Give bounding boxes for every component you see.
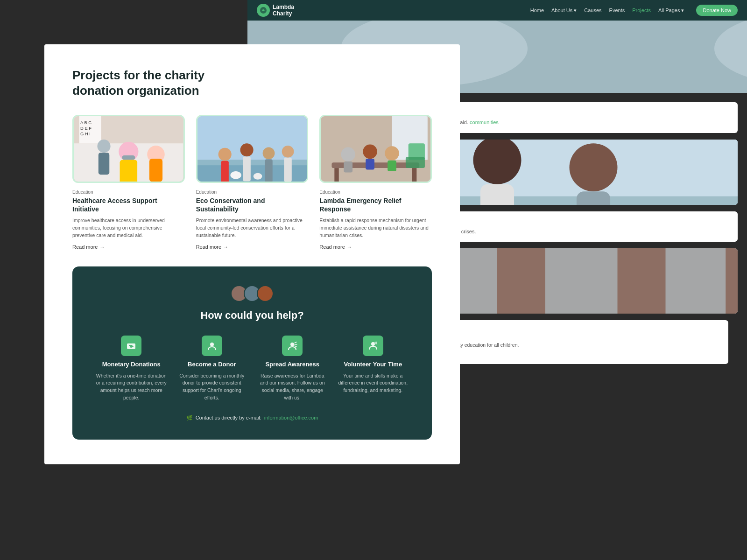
svg-text:D E F: D E F xyxy=(80,126,92,131)
help-item-desc-2: Consider becoming a monthly donor to pro… xyxy=(176,372,248,402)
svg-point-78 xyxy=(290,343,294,346)
project-tag-1: Education xyxy=(72,189,185,195)
avatar-3 xyxy=(257,285,274,302)
svg-rect-70 xyxy=(388,161,396,171)
svg-rect-18 xyxy=(577,191,610,205)
project-img-2 xyxy=(197,116,307,182)
navbar: LambdaCharity Home About Us ▾ Causes Eve… xyxy=(247,0,747,21)
svg-rect-8 xyxy=(550,51,569,84)
help-item-desc-4: Your time and skills make a difference i… xyxy=(338,372,409,394)
svg-rect-64 xyxy=(412,168,416,182)
project-title-2: Eco Conservation and Sustainability xyxy=(196,196,309,213)
help-item-title-2: Become a Donor xyxy=(188,361,236,368)
section-title: Projects for the charitydonation organiz… xyxy=(72,68,231,98)
svg-point-49 xyxy=(218,148,231,161)
svg-point-67 xyxy=(363,145,378,159)
svg-point-58 xyxy=(253,173,262,180)
arrow-icon-2: → xyxy=(223,244,228,250)
help-item-2: Become a Donor Consider becoming a month… xyxy=(176,336,248,402)
svg-point-57 xyxy=(230,171,241,179)
project-card-3: Education Lambda Emergency Relief Respon… xyxy=(319,115,432,250)
contact-row: 🌿 Contact us directly by e-mail: informa… xyxy=(96,415,409,421)
awareness-icon xyxy=(282,336,303,356)
main-content: Projects for the charitydonation organiz… xyxy=(44,44,460,464)
project-title-3: Lambda Emergency Relief Response xyxy=(319,196,432,213)
project-desc-1: Improve healthcare access in underserved… xyxy=(72,217,185,239)
read-more-2[interactable]: Read more → xyxy=(196,244,309,250)
svg-rect-66 xyxy=(344,161,353,172)
svg-rect-68 xyxy=(366,159,375,169)
svg-point-77 xyxy=(210,343,214,346)
logo-text: LambdaCharity xyxy=(273,4,294,17)
svg-rect-25 xyxy=(666,248,726,314)
avatars-row xyxy=(96,285,409,302)
project-img-wrap-1: A B C D E F G H I xyxy=(72,115,185,183)
logo-icon xyxy=(257,4,270,17)
donor-icon xyxy=(202,336,222,356)
contact-icon: 🌿 xyxy=(186,415,193,421)
arrow-icon-1: → xyxy=(99,244,105,250)
svg-point-79 xyxy=(371,342,375,346)
help-item-3: Spread Awareness Raise awareness for Lam… xyxy=(257,336,328,402)
nav-events[interactable]: Events xyxy=(609,7,625,13)
svg-rect-41 xyxy=(120,160,138,182)
project-img-3 xyxy=(321,116,430,182)
nav-causes[interactable]: Causes xyxy=(584,7,601,13)
help-grid: Monetary Donations Whether it's a one-ti… xyxy=(96,336,409,402)
read-more-1[interactable]: Read more → xyxy=(72,244,185,250)
side-panel-1-link[interactable]: communities xyxy=(470,119,499,125)
project-img-wrap-3 xyxy=(319,115,432,183)
volunteer-icon xyxy=(363,336,383,356)
svg-rect-45 xyxy=(99,153,109,175)
contact-label: Contact us directly by e-mail: xyxy=(196,415,261,420)
monetary-icon xyxy=(121,336,141,356)
svg-point-51 xyxy=(240,143,253,156)
help-item-title-1: Monetary Donations xyxy=(102,361,161,368)
help-item-1: Monetary Donations Whether it's a one-ti… xyxy=(96,336,167,402)
projects-grid: A B C D E F G H I xyxy=(72,115,432,250)
nav-projects[interactable]: Projects xyxy=(632,7,651,13)
project-tag-2: Education xyxy=(196,189,309,195)
svg-point-7 xyxy=(549,31,570,52)
svg-point-55 xyxy=(282,146,294,158)
svg-point-9 xyxy=(564,22,597,50)
svg-rect-6 xyxy=(500,47,521,85)
help-item-title-3: Spread Awareness xyxy=(265,361,319,368)
svg-rect-63 xyxy=(335,168,339,182)
svg-rect-76 xyxy=(132,346,134,347)
nav-all-pages[interactable]: All Pages ▾ xyxy=(658,7,684,14)
read-more-3[interactable]: Read more → xyxy=(319,244,432,250)
svg-text:A B C: A B C xyxy=(80,120,92,125)
main-nav: Home About Us ▾ Causes Events Projects A… xyxy=(530,5,738,16)
svg-rect-43 xyxy=(149,159,162,182)
svg-rect-16 xyxy=(480,184,514,204)
svg-point-65 xyxy=(341,147,356,161)
svg-rect-72 xyxy=(406,157,425,168)
svg-point-44 xyxy=(97,140,110,153)
logo[interactable]: LambdaCharity xyxy=(257,4,294,17)
svg-point-5 xyxy=(499,21,524,46)
svg-rect-24 xyxy=(545,248,618,314)
svg-rect-56 xyxy=(284,158,291,182)
help-item-4: Volunteer Your Time Your time and skills… xyxy=(338,336,409,402)
help-title: How could you help? xyxy=(96,309,409,322)
svg-rect-75 xyxy=(129,345,130,346)
project-desc-3: Establish a rapid response mechanism for… xyxy=(319,217,432,239)
help-item-title-4: Volunteer Your Time xyxy=(344,361,402,368)
svg-rect-52 xyxy=(243,156,250,181)
nav-home[interactable]: Home xyxy=(530,7,544,13)
svg-text:G H I: G H I xyxy=(80,132,91,136)
svg-rect-50 xyxy=(221,161,228,182)
svg-point-17 xyxy=(570,143,618,191)
project-card-2: Education Eco Conservation and Sustainab… xyxy=(196,115,309,250)
donate-button[interactable]: Donate Now xyxy=(696,5,738,16)
contact-email-link[interactable]: information@office.com xyxy=(264,415,318,420)
svg-rect-54 xyxy=(265,159,272,182)
project-img-1: A B C D E F G H I xyxy=(74,116,183,182)
project-card-1: A B C D E F G H I xyxy=(72,115,185,250)
project-title-1: Healthcare Access Support Initiative xyxy=(72,196,185,213)
arrow-icon-3: → xyxy=(347,244,352,250)
svg-point-53 xyxy=(262,147,275,159)
project-desc-2: Promote environmental awareness and proa… xyxy=(196,217,309,239)
nav-about[interactable]: About Us ▾ xyxy=(551,7,577,14)
